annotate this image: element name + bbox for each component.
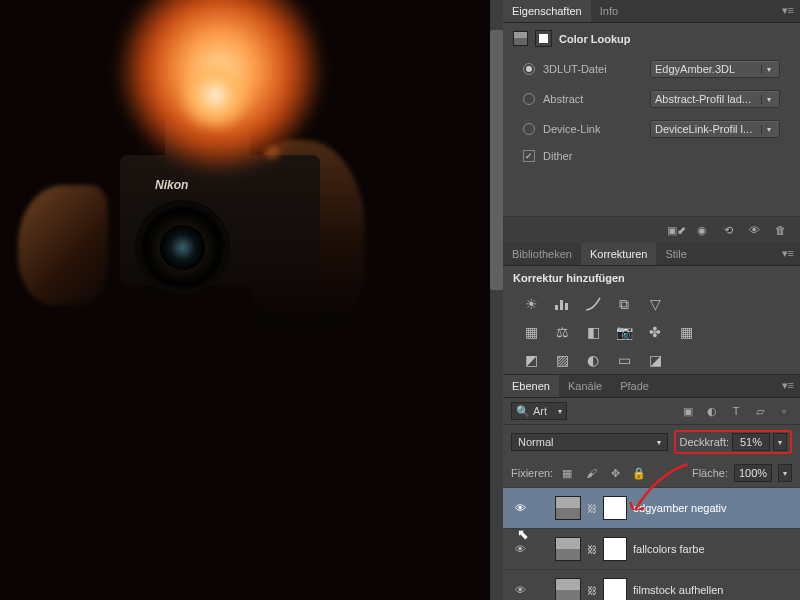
layer-link-icon[interactable]: ⛓: [587, 585, 597, 596]
svg-rect-1: [560, 300, 563, 310]
layers-tabs: Ebenen Kanäle Pfade ▾≡: [503, 375, 800, 398]
lock-label: Fixieren:: [511, 467, 553, 479]
add-adjustment-label: Korrektur hinzufügen: [503, 266, 800, 290]
chevron-down-icon: ▾: [761, 65, 775, 74]
dropdown-devicelink[interactable]: DeviceLink-Profil l...▾: [650, 120, 780, 138]
photo-filter-icon[interactable]: 📷: [614, 323, 634, 341]
tab-ebenen[interactable]: Ebenen: [503, 375, 559, 397]
panel-menu-icon[interactable]: ▾≡: [776, 243, 800, 265]
opacity-dropdown-arrow[interactable]: ▾: [773, 433, 787, 451]
right-panel: Eigenschaften Info ▾≡ Color Lookup 3DLUT…: [503, 0, 800, 600]
lock-fill-row: Fixieren: ▦ 🖌 ✥ 🔒 Fläche: 100% ▾: [503, 459, 800, 487]
layer-row[interactable]: 👁 ⛓ filmstock aufhellen: [503, 569, 800, 600]
bw-icon[interactable]: ◧: [583, 323, 603, 341]
checkbox-dither[interactable]: ✓: [523, 150, 535, 162]
tab-stile[interactable]: Stile: [656, 243, 695, 265]
lock-transparency-icon[interactable]: ▦: [559, 466, 575, 480]
blend-mode-dropdown[interactable]: Normal▾: [511, 433, 668, 451]
layer-visibility-icon[interactable]: 👁: [511, 542, 529, 556]
selective-color-icon[interactable]: ◪: [645, 351, 665, 369]
posterize-icon[interactable]: ▨: [552, 351, 572, 369]
tab-pfade[interactable]: Pfade: [611, 375, 658, 397]
opacity-input[interactable]: 51%: [732, 433, 770, 451]
photo-flash-core: [180, 60, 250, 130]
document-canvas[interactable]: Nikon: [0, 0, 490, 600]
trash-icon[interactable]: 🗑: [772, 223, 788, 237]
layer-link-icon[interactable]: ⛓: [587, 503, 597, 514]
properties-tabs: Eigenschaften Info ▾≡: [503, 0, 800, 23]
prev-state-icon[interactable]: ◉: [694, 223, 710, 237]
layer-name[interactable]: filmstock aufhellen: [633, 584, 724, 596]
chevron-down-icon: ▾: [761, 95, 775, 104]
layer-name[interactable]: fallcolors farbe: [633, 543, 705, 555]
brightness-icon[interactable]: ☀: [521, 295, 541, 313]
layers-filter-bar: 🔍Art▾ ▣ ◐ T ▱ ▫: [503, 398, 800, 425]
radio-3dlut-label: 3DLUT-Datei: [543, 63, 607, 75]
lut-icon[interactable]: ▦: [676, 323, 696, 341]
fill-label: Fläche:: [692, 467, 728, 479]
properties-title: Color Lookup: [559, 33, 631, 45]
layer-mask-thumb[interactable]: [603, 537, 627, 561]
blend-opacity-row: Normal▾ Deckkraft: 51% ▾: [503, 425, 800, 459]
properties-section: Color Lookup 3DLUT-Datei EdgyAmber.3DL▾ …: [503, 23, 800, 243]
visibility-icon[interactable]: 👁: [746, 223, 762, 237]
lock-all-icon[interactable]: 🔒: [631, 466, 647, 480]
layer-row[interactable]: 👁 ⛓ fallcolors farbe: [503, 528, 800, 569]
clip-icon[interactable]: ▣⬋: [668, 223, 684, 237]
tab-eigenschaften[interactable]: Eigenschaften: [503, 0, 591, 22]
tab-korrekturen[interactable]: Korrekturen: [581, 243, 656, 265]
exposure-icon[interactable]: ⧉: [614, 295, 634, 313]
filter-image-icon[interactable]: ▣: [680, 404, 696, 418]
lock-pixels-icon[interactable]: 🖌: [583, 466, 599, 480]
opacity-label: Deckkraft:: [679, 436, 729, 448]
balance-icon[interactable]: ⚖: [552, 323, 572, 341]
properties-footer: ▣⬋ ◉ ⟲ 👁 🗑: [503, 216, 800, 243]
tab-info[interactable]: Info: [591, 0, 627, 22]
layer-thumb[interactable]: [555, 537, 581, 561]
lock-position-icon[interactable]: ✥: [607, 466, 623, 480]
reset-icon[interactable]: ⟲: [720, 223, 736, 237]
canvas-scrollbar[interactable]: [490, 0, 503, 600]
photo-lens-glass: [160, 225, 205, 270]
adjustments-tabs: Bibliotheken Korrekturen Stile ▾≡: [503, 243, 800, 266]
filter-adjust-icon[interactable]: ◐: [704, 404, 720, 418]
layer-link-icon[interactable]: ⛓: [587, 544, 597, 555]
curves-icon[interactable]: [583, 295, 603, 313]
channel-mixer-icon[interactable]: ✤: [645, 323, 665, 341]
hue-icon[interactable]: ▦: [521, 323, 541, 341]
layer-row[interactable]: 👁 ⛓ edgyamber negativ ⬉: [503, 487, 800, 528]
panel-menu-icon[interactable]: ▾≡: [776, 0, 800, 22]
vibrance-icon[interactable]: ▽: [645, 295, 665, 313]
radio-3dlut[interactable]: [523, 63, 535, 75]
dropdown-3dlut[interactable]: EdgyAmber.3DL▾: [650, 60, 780, 78]
radio-abstract-label: Abstract: [543, 93, 583, 105]
invert-icon[interactable]: ◩: [521, 351, 541, 369]
scrollbar-thumb[interactable]: [490, 30, 503, 290]
threshold-icon[interactable]: ◐: [583, 351, 603, 369]
radio-devicelink-label: Device-Link: [543, 123, 600, 135]
layer-mask-thumb[interactable]: [603, 496, 627, 520]
filter-shape-icon[interactable]: ▱: [752, 404, 768, 418]
radio-abstract[interactable]: [523, 93, 535, 105]
dropdown-abstract[interactable]: Abstract-Profil lad...▾: [650, 90, 780, 108]
svg-rect-0: [555, 305, 558, 310]
layer-name[interactable]: edgyamber negativ: [633, 502, 727, 514]
fill-input[interactable]: 100%: [734, 464, 772, 482]
layer-thumb[interactable]: [555, 496, 581, 520]
photo-hand: [18, 185, 108, 305]
filter-type-icon[interactable]: T: [728, 404, 744, 418]
tab-kanaele[interactable]: Kanäle: [559, 375, 611, 397]
layer-visibility-icon[interactable]: 👁: [511, 501, 529, 515]
layer-filter-dropdown[interactable]: 🔍Art▾: [511, 402, 567, 420]
panel-menu-icon[interactable]: ▾≡: [776, 375, 800, 397]
gradient-map-icon[interactable]: ▭: [614, 351, 634, 369]
levels-icon[interactable]: [552, 295, 572, 313]
tab-bibliotheken[interactable]: Bibliotheken: [503, 243, 581, 265]
layer-visibility-icon[interactable]: 👁: [511, 583, 529, 597]
layer-thumb[interactable]: [555, 578, 581, 600]
radio-devicelink[interactable]: [523, 123, 535, 135]
fill-dropdown-arrow[interactable]: ▾: [778, 464, 792, 482]
filter-smart-icon[interactable]: ▫: [776, 404, 792, 418]
mask-icon: [536, 31, 551, 46]
layer-mask-thumb[interactable]: [603, 578, 627, 600]
